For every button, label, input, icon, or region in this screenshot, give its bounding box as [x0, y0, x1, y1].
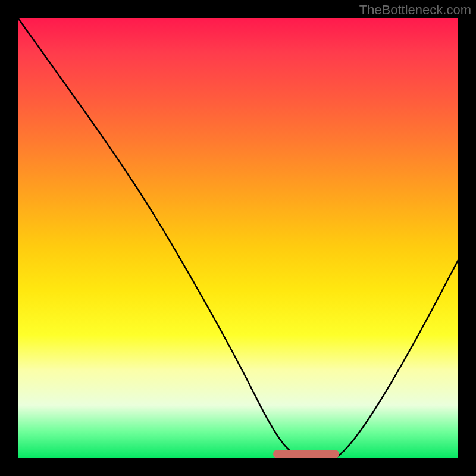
- plot-background: [18, 18, 458, 458]
- watermark-text: TheBottleneck.com: [359, 2, 471, 18]
- bottleneck-curve-svg: [18, 18, 458, 458]
- plateau-marker: [273, 450, 339, 458]
- bottleneck-curve-path: [18, 18, 458, 458]
